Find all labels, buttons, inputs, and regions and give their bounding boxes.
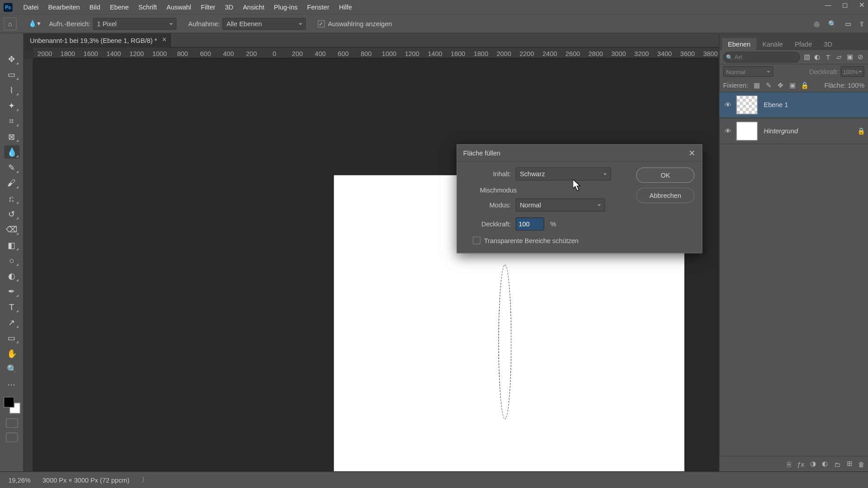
screenmode-icon[interactable] xyxy=(6,432,18,442)
new-layer-icon[interactable]: ⊞ xyxy=(847,460,852,468)
filter-shape-icon[interactable]: ▱ xyxy=(835,53,843,61)
menu-datei[interactable]: Datei xyxy=(19,0,43,14)
pen-tool-icon[interactable]: ✒ xyxy=(4,285,19,298)
home-icon[interactable]: ⌂ xyxy=(4,17,17,30)
heal-tool-icon[interactable]: ✎ xyxy=(4,161,19,174)
blend-mode-dropdown[interactable]: Normal xyxy=(723,66,774,77)
protect-transparent-checkbox[interactable] xyxy=(473,237,481,244)
close-icon[interactable]: ✕ xyxy=(689,148,696,158)
maximize-icon[interactable]: ◻ xyxy=(840,1,849,9)
menu-plugins[interactable]: Plug-ins xyxy=(269,0,302,14)
shape-tool-icon[interactable]: ▭ xyxy=(4,331,19,344)
eyedropper-tool-icon[interactable]: 💧 xyxy=(4,145,19,159)
menu-bild[interactable]: Bild xyxy=(85,0,105,14)
mode-dropdown[interactable]: Normal xyxy=(516,198,605,211)
document-tab[interactable]: Unbenannt-1 bei 19,3% (Ebene 1, RGB/8) *… xyxy=(24,33,171,48)
current-tool-icon[interactable]: 💧▾ xyxy=(26,20,43,28)
menu-hilfe[interactable]: Hilfe xyxy=(334,0,357,14)
filter-adjust-icon[interactable]: ◐ xyxy=(813,53,821,61)
status-menu-icon[interactable]: 〉 xyxy=(142,475,148,484)
type-tool-icon[interactable]: T xyxy=(4,300,19,314)
history-brush-tool-icon[interactable]: ↺ xyxy=(4,207,19,221)
dialog-titlebar[interactable]: Fläche füllen ✕ xyxy=(457,145,702,161)
group-icon[interactable]: 🗀 xyxy=(834,460,841,468)
menu-filter[interactable]: Filter xyxy=(196,0,220,14)
workspace-icon[interactable]: ▭ xyxy=(845,20,851,28)
tab-pfade[interactable]: Pfade xyxy=(789,38,818,50)
more-tools-icon[interactable]: ⋯ xyxy=(4,378,19,391)
lock-position-icon[interactable]: ✥ xyxy=(777,81,784,89)
menu-bearbeiten[interactable]: Bearbeiten xyxy=(43,0,85,14)
frame-tool-icon[interactable]: ⊠ xyxy=(4,130,19,143)
lock-artboard-icon[interactable]: ▣ xyxy=(789,81,796,89)
canvas-area[interactable] xyxy=(33,58,743,471)
cancel-button[interactable]: Abbrechen xyxy=(636,188,694,203)
tab-ebenen[interactable]: Ebenen xyxy=(722,38,756,50)
stamp-tool-icon[interactable]: ⎌ xyxy=(4,192,19,205)
link-layers-icon[interactable]: ⎘ xyxy=(787,460,791,468)
layer-name[interactable]: Ebene 1 xyxy=(764,101,868,108)
minimize-icon[interactable]: — xyxy=(824,1,832,9)
content-dropdown[interactable]: Schwarz xyxy=(516,168,611,181)
layer-thumbnail[interactable] xyxy=(736,95,758,114)
lock-paint-icon[interactable]: ✎ xyxy=(765,81,772,89)
menu-ebene[interactable]: Ebene xyxy=(105,0,133,14)
eraser-tool-icon[interactable]: ⌫ xyxy=(4,223,19,236)
show-selection-checkbox[interactable]: ✓ xyxy=(318,20,325,27)
brush-tool-icon[interactable]: 🖌 xyxy=(4,176,19,189)
move-tool-icon[interactable]: ✥ xyxy=(4,52,19,66)
search-icon[interactable]: 🔍 xyxy=(828,20,836,28)
lock-transparent-icon[interactable]: ▦ xyxy=(753,81,760,89)
crop-tool-icon[interactable]: ⌗ xyxy=(4,114,19,127)
menu-auswahl[interactable]: Auswahl xyxy=(162,0,196,14)
layer-row[interactable]: 👁 Hintergrund 🔒 xyxy=(720,118,868,144)
layer-thumbnail[interactable] xyxy=(736,122,758,141)
hand-tool-icon[interactable]: ✋ xyxy=(4,347,19,360)
zoom-level[interactable]: 19,26% xyxy=(8,476,30,483)
lock-all-icon[interactable]: 🔒 xyxy=(801,81,808,89)
zoom-tool-icon[interactable]: 🔍 xyxy=(4,362,19,375)
document-info[interactable]: 3000 Px × 3000 Px (72 ppcm) xyxy=(42,476,129,483)
filter-type-icon[interactable]: T xyxy=(824,53,832,61)
fx-icon[interactable]: ƒx xyxy=(797,460,804,468)
close-window-icon[interactable]: ✕ xyxy=(857,1,865,9)
menu-3d[interactable]: 3D xyxy=(220,0,238,14)
filter-toggle-icon[interactable]: ⊘ xyxy=(856,53,864,61)
mask-icon[interactable]: ◑ xyxy=(810,460,816,468)
tab-3d[interactable]: 3D xyxy=(818,38,838,50)
tab-kanaele[interactable]: Kanäle xyxy=(756,38,789,50)
cloud-search-icon[interactable]: ◎ xyxy=(814,20,820,28)
layer-row[interactable]: 👁 Ebene 1 xyxy=(720,92,868,118)
opacity-value[interactable]: 100% xyxy=(840,66,864,77)
menu-fenster[interactable]: Fenster xyxy=(302,0,334,14)
close-tab-icon[interactable]: ✕ xyxy=(162,36,167,43)
menu-ansicht[interactable]: Ansicht xyxy=(238,0,269,14)
ok-button[interactable]: OK xyxy=(636,168,694,183)
path-tool-icon[interactable]: ↗ xyxy=(4,316,19,329)
sample-dropdown[interactable]: Alle Ebenen xyxy=(222,18,306,29)
color-swatch[interactable] xyxy=(3,397,20,413)
marquee-tool-icon[interactable]: ▭ xyxy=(4,68,19,81)
fill-value[interactable]: 100% xyxy=(848,82,864,89)
wand-tool-icon[interactable]: ✦ xyxy=(4,99,19,112)
quickmask-icon[interactable] xyxy=(6,418,18,428)
menu-schrift[interactable]: Schrift xyxy=(133,0,161,14)
opacity-input[interactable]: 100 xyxy=(516,217,544,230)
sample-label: Aufnahme: xyxy=(188,20,220,27)
fill-label: Fläche: xyxy=(824,82,846,89)
lock-icon: 🔒 xyxy=(855,127,868,135)
visibility-icon[interactable]: 👁 xyxy=(720,127,736,135)
visibility-icon[interactable]: 👁 xyxy=(720,101,736,108)
share-icon[interactable]: ⇪ xyxy=(859,20,864,28)
lasso-tool-icon[interactable]: ⌇ xyxy=(4,84,19,97)
adjustment-icon[interactable]: ◐ xyxy=(822,460,828,468)
gradient-tool-icon[interactable]: ◧ xyxy=(4,238,19,251)
filter-image-icon[interactable]: ▧ xyxy=(802,53,811,61)
layer-name[interactable]: Hintergrund xyxy=(764,127,855,135)
filter-smart-icon[interactable]: ▣ xyxy=(845,53,854,61)
dodge-tool-icon[interactable]: ◐ xyxy=(4,269,19,282)
delete-layer-icon[interactable]: 🗑 xyxy=(858,460,865,468)
range-dropdown[interactable]: 1 Pixel xyxy=(93,18,176,29)
layer-filter-input[interactable]: Art xyxy=(723,52,800,62)
blur-tool-icon[interactable]: ○ xyxy=(4,254,19,267)
